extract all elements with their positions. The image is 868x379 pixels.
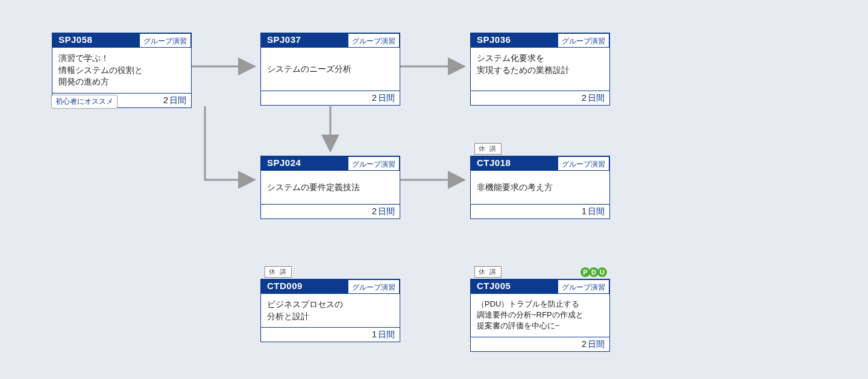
course-card-spj036[interactable]: SPJ036 グループ演習 システム化要求を 実現するための業務設計 2日間 [470,33,610,106]
course-code: SPJ036 [471,33,558,48]
course-title: システム化要求を 実現するための業務設計 [471,48,609,91]
group-exercise-tag: グループ演習 [139,33,191,48]
pdu-badge: PDU [582,267,607,277]
beginner-recommended-badge: 初心者にオススメ [51,95,118,109]
course-code: SPJ024 [261,156,348,171]
course-card-spj058[interactable]: SPJ058 グループ演習 演習で学ぶ！ 情報システムの役割と 開発の進め方 2… [52,33,192,108]
course-card-spj024[interactable]: SPJ024 グループ演習 システムの要件定義技法 2日間 [260,156,400,219]
course-code: CTD009 [261,279,348,294]
course-card-ctj018[interactable]: 休 講 CTJ018 グループ演習 非機能要求の考え方 1日間 [470,156,610,219]
course-title: ビジネスプロセスの 分析と設計 [261,294,400,328]
course-code: CTJ005 [471,279,558,294]
course-card-ctd009[interactable]: 休 講 CTD009 グループ演習 ビジネスプロセスの 分析と設計 1日間 [260,279,400,342]
suspended-badge: 休 講 [474,143,502,154]
course-duration: 2日間 [471,91,609,105]
suspended-badge: 休 講 [474,266,502,278]
course-title: 非機能要求の考え方 [471,171,609,205]
course-code: SPJ037 [261,33,348,48]
course-card-spj037[interactable]: SPJ037 グループ演習 システムのニーズ分析 2日間 [260,33,400,106]
course-duration: 2日間 [261,91,400,105]
course-title: 演習で学ぶ！ 情報システムの役割と 開発の進め方 [52,48,191,94]
course-duration: 1日間 [261,328,400,342]
group-exercise-tag: グループ演習 [348,156,400,171]
course-title: システムのニーズ分析 [261,48,400,91]
course-duration: 1日間 [471,205,609,218]
group-exercise-tag: グループ演習 [558,156,609,171]
course-card-ctj005[interactable]: 休 講 PDU CTJ005 グループ演習 （PDU）トラブルを防止する 調達要… [470,279,610,352]
course-duration: 2日間 [261,205,400,218]
suspended-badge: 休 講 [265,266,292,278]
course-title: システムの要件定義技法 [261,171,400,205]
group-exercise-tag: グループ演習 [558,279,609,294]
course-code: CTJ018 [471,156,558,171]
group-exercise-tag: グループ演習 [558,33,609,48]
group-exercise-tag: グループ演習 [348,279,400,294]
group-exercise-tag: グループ演習 [348,33,400,48]
course-title: （PDU）トラブルを防止する 調達要件の分析−RFPの作成と 提案書の評価を中心… [471,294,609,337]
course-code: SPJ058 [52,33,139,48]
course-duration: 2日間 [471,337,609,351]
